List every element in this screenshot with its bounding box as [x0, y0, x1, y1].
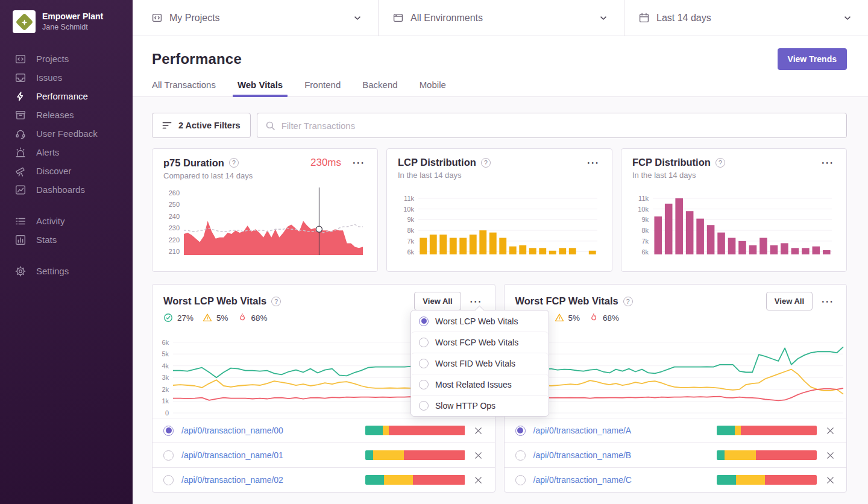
- svg-text:6k: 6k: [162, 339, 169, 346]
- radio-button[interactable]: [163, 450, 174, 461]
- transaction-link[interactable]: /api/0/transaction_name/02: [181, 475, 357, 485]
- card-title: LCP Distribution: [398, 157, 476, 168]
- svg-text:11k: 11k: [638, 195, 649, 202]
- close-icon[interactable]: [473, 450, 484, 461]
- help-icon[interactable]: ?: [481, 158, 491, 168]
- radio-button: [419, 317, 429, 326]
- view-all-button[interactable]: View All: [414, 292, 461, 310]
- search-input[interactable]: [281, 121, 838, 131]
- menu-option-most-related-issues[interactable]: Most Related Issues: [411, 374, 549, 395]
- menu-option-worst-fcp[interactable]: Worst FCP Web Vitals: [411, 332, 549, 353]
- vitals-distribution-bar: [365, 450, 465, 460]
- help-icon[interactable]: ?: [271, 297, 281, 306]
- card-menu-icon[interactable]: ⋯: [820, 160, 835, 166]
- releases-icon: [15, 110, 26, 121]
- sidebar-item-projects[interactable]: Projects: [0, 49, 133, 68]
- card-title: Worst FCP Web Vitals: [515, 295, 618, 307]
- menu-option-worst-lcp[interactable]: Worst LCP Web Vitals: [411, 310, 549, 332]
- org-user: Jane Schmidt: [42, 22, 103, 32]
- sidebar-item-settings[interactable]: Settings: [0, 262, 133, 280]
- org-switcher[interactable]: Empower Plant Jane Schmidt: [0, 0, 133, 33]
- svg-text:9k: 9k: [641, 216, 649, 223]
- transaction-search[interactable]: [257, 113, 847, 138]
- fcp-distribution-chart[interactable]: 6k7k8k9k10k11k: [632, 184, 835, 259]
- menu-option-worst-fid[interactable]: Worst FID Web Vitals: [411, 353, 549, 374]
- transaction-link[interactable]: /api/0/transaction_name/00: [181, 426, 357, 435]
- siren-icon: [15, 147, 26, 158]
- transaction-row[interactable]: /api/0/transaction_name/01: [153, 443, 495, 467]
- svg-text:10k: 10k: [403, 206, 414, 213]
- view-all-button[interactable]: View All: [766, 292, 813, 310]
- close-icon[interactable]: [825, 425, 835, 436]
- card-menu-icon[interactable]: ⋯: [820, 298, 835, 304]
- card-menu-icon[interactable]: ⋯: [468, 298, 484, 304]
- card-title: FCP Distribution: [632, 157, 711, 168]
- environment-selector[interactable]: All Environments: [379, 0, 624, 36]
- window-icon: [393, 13, 403, 23]
- radio-button[interactable]: [163, 475, 174, 485]
- radio-button: [419, 401, 429, 411]
- radio-button[interactable]: [515, 475, 526, 485]
- svg-text:7k: 7k: [641, 238, 649, 245]
- tab-backend[interactable]: Backend: [362, 80, 397, 96]
- sidebar-item-stats[interactable]: Stats: [0, 230, 133, 249]
- svg-text:10k: 10k: [638, 206, 649, 213]
- sidebar-item-performance[interactable]: Performance: [0, 87, 133, 106]
- date-range-selector[interactable]: Last 14 days: [624, 0, 868, 36]
- sidebar-item-activity[interactable]: Activity: [0, 212, 133, 230]
- svg-text:9k: 9k: [407, 216, 414, 223]
- chevron-down-icon: [353, 13, 362, 23]
- worst-fcp-card: Worst FCP Web Vitals ? View All ⋯ 27% 5%…: [504, 284, 848, 493]
- radio-button[interactable]: [515, 426, 526, 436]
- gear-icon: [15, 266, 26, 277]
- transaction-row[interactable]: /api/0/transaction_name/C: [505, 467, 847, 492]
- close-icon[interactable]: [825, 450, 835, 461]
- radio-button[interactable]: [163, 426, 174, 436]
- tab-all-transactions[interactable]: All Transactions: [152, 80, 216, 96]
- chevron-down-icon: [599, 13, 608, 23]
- sidebar-item-discover[interactable]: Discover: [0, 162, 133, 180]
- help-icon[interactable]: ?: [715, 158, 725, 168]
- support-icon: [15, 128, 26, 139]
- vitals-distribution-bar: [365, 426, 465, 435]
- help-icon[interactable]: ?: [229, 158, 239, 168]
- svg-text:210: 210: [169, 248, 180, 255]
- worst-fcp-chart[interactable]: 01k2k3k4k5k6k: [505, 327, 847, 418]
- card-subtitle: Compared to last 14 days: [163, 171, 366, 180]
- view-trends-button[interactable]: View Trends: [778, 48, 847, 70]
- menu-option-slow-http-ops[interactable]: Slow HTTP Ops: [411, 395, 549, 416]
- bar-chart-icon: [15, 235, 26, 245]
- tab-web-vitals[interactable]: Web Vitals: [237, 80, 283, 96]
- close-icon[interactable]: [473, 474, 484, 485]
- help-icon[interactable]: ?: [623, 297, 633, 306]
- transaction-row[interactable]: /api/0/transaction_name/B: [505, 443, 847, 467]
- transaction-row[interactable]: /api/0/transaction_name/A: [505, 418, 847, 443]
- card-menu-icon[interactable]: ⋯: [351, 160, 366, 166]
- transaction-link[interactable]: /api/0/transaction_name/A: [533, 426, 709, 435]
- sidebar-item-alerts[interactable]: Alerts: [0, 143, 133, 162]
- vitals-badges: 27% 5% 68%: [505, 310, 847, 323]
- sidebar-item-user-feedback[interactable]: User Feedback: [0, 124, 133, 143]
- sidebar-item-releases[interactable]: Releases: [0, 106, 133, 124]
- tab-mobile[interactable]: Mobile: [420, 80, 446, 96]
- transaction-link[interactable]: /api/0/transaction_name/01: [181, 450, 357, 460]
- close-icon[interactable]: [473, 425, 484, 436]
- lcp-distribution-chart[interactable]: 6k7k8k9k10k11k: [398, 184, 601, 259]
- svg-text:6k: 6k: [407, 248, 414, 256]
- transaction-link[interactable]: /api/0/transaction_name/B: [533, 450, 709, 460]
- project-selector[interactable]: My Projects: [133, 0, 379, 36]
- tab-frontend[interactable]: Frontend: [304, 80, 341, 96]
- sidebar-item-dashboards[interactable]: Dashboards: [0, 180, 133, 199]
- transaction-row[interactable]: /api/0/transaction_name/00: [153, 418, 495, 443]
- p75-duration-chart[interactable]: 210220230240250260: [163, 185, 366, 260]
- radio-button[interactable]: [515, 450, 526, 461]
- card-menu-icon[interactable]: ⋯: [585, 160, 601, 166]
- close-icon[interactable]: [825, 474, 835, 485]
- sidebar-item-issues[interactable]: Issues: [0, 68, 133, 87]
- sidebar: Empower Plant Jane Schmidt Projects Issu…: [0, 0, 133, 504]
- transaction-link[interactable]: /api/0/transaction_name/C: [533, 475, 709, 485]
- transaction-row[interactable]: /api/0/transaction_name/02: [153, 467, 495, 492]
- main-area: My Projects All Environments Last 14 day…: [133, 0, 868, 504]
- summary-cards-row: p75 Duration ? 230ms ⋯ Compared to last …: [152, 148, 847, 272]
- active-filters-button[interactable]: 2 Active Filters: [152, 113, 251, 138]
